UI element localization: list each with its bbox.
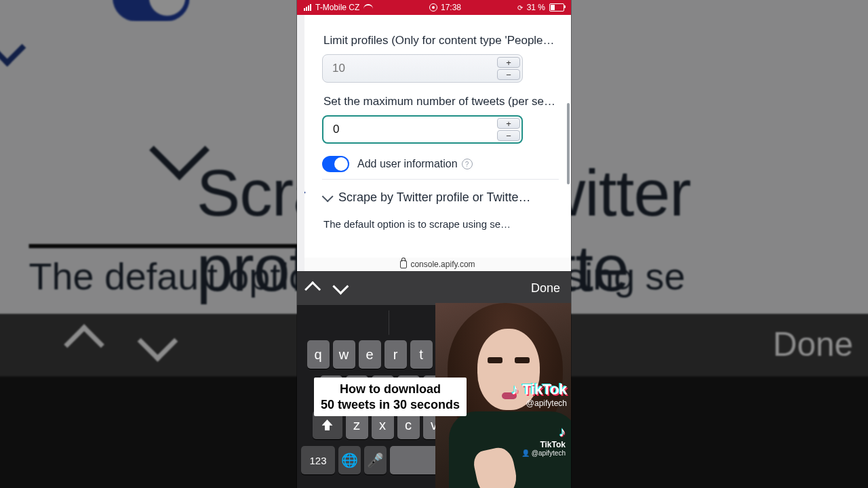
shift-icon xyxy=(322,420,333,430)
max-tweets-input[interactable] xyxy=(322,115,523,144)
limit-profiles-input[interactable] xyxy=(322,54,523,83)
numeric-mode-key[interactable]: 123 xyxy=(301,446,335,474)
key-t[interactable]: t xyxy=(410,340,433,369)
prev-field-arrow-icon[interactable] xyxy=(304,281,321,297)
lock-icon xyxy=(400,260,407,268)
key-q[interactable]: q xyxy=(307,340,330,369)
caption-line-2: 50 tweets in 30 seconds xyxy=(321,397,460,413)
tiktok-note-icon-2: ♪ xyxy=(521,424,566,440)
wifi-icon xyxy=(363,4,373,11)
scroll-indicator[interactable] xyxy=(567,103,570,184)
tiktok-brand-2: TikTok xyxy=(521,440,566,449)
collapse-sidebar-chevron-icon[interactable] xyxy=(298,187,304,198)
dictation-key[interactable]: 🎤 xyxy=(364,446,387,474)
key-e[interactable]: e xyxy=(359,340,381,369)
add-user-info-toggle[interactable] xyxy=(322,156,349,172)
add-user-info-label: Add user information xyxy=(357,158,458,170)
cellular-signal-icon xyxy=(304,4,311,11)
tiktok-handle: @apifytech xyxy=(511,399,567,408)
max-tweets-decrement[interactable]: − xyxy=(497,130,520,141)
keyboard-done-button[interactable]: Done xyxy=(531,281,560,296)
bg-toggle xyxy=(113,0,189,21)
software-keyboard: qwertyuiop asdfghjkl zxcvbnm 123 🌐 🎤 spa… xyxy=(297,305,571,488)
video-caption: How to download 50 tweets in 30 seconds xyxy=(314,378,467,416)
screen-record-icon xyxy=(429,3,437,12)
scrape-section-desc: The default option is to scrape using se… xyxy=(323,218,557,230)
max-tweets-increment[interactable]: + xyxy=(497,118,520,129)
scrape-section-title: Scrape by Twitter profile or Twitte… xyxy=(338,190,530,205)
caption-line-1: How to download xyxy=(321,382,460,397)
bg-done: Done xyxy=(773,325,853,363)
tiktok-watermark-secondary: ♪ TikTok 👤 @apifytech xyxy=(521,424,566,457)
web-page[interactable]: Limit profiles (Only for content type 'P… xyxy=(297,15,571,271)
bg-chevron-small xyxy=(0,29,26,66)
clock-label: 17:38 xyxy=(441,3,461,12)
globe-key[interactable]: 🌐 xyxy=(338,446,361,474)
phone-frame: T-Mobile CZ 17:38 ⟳ 31 % Limit profiles … xyxy=(297,0,571,488)
limit-profiles-label: Limit profiles (Only for content type 'P… xyxy=(323,34,557,47)
keyboard-accessory: Done xyxy=(297,271,571,305)
limit-profiles-increment[interactable]: + xyxy=(497,57,520,68)
tiktok-brand: TikTok xyxy=(522,381,567,398)
battery-icon xyxy=(549,3,564,12)
carrier-label: T-Mobile CZ xyxy=(315,3,359,12)
status-bar: T-Mobile CZ 17:38 ⟳ 31 % xyxy=(297,0,571,15)
tiktok-handle-2: 👤 @apifytech xyxy=(521,449,566,457)
browser-address[interactable]: console.apify.com xyxy=(304,258,571,271)
tiktok-watermark: ♪ TikTok @apifytech xyxy=(511,381,567,408)
key-w[interactable]: w xyxy=(333,340,355,369)
chevron-down-icon xyxy=(322,190,334,202)
browser-host: console.apify.com xyxy=(410,260,475,269)
battery-pct: 31 % xyxy=(527,3,545,12)
scrape-section-header[interactable]: Scrape by Twitter profile or Twitte… xyxy=(322,179,559,206)
tiktok-note-icon: ♪ xyxy=(511,381,519,398)
max-tweets-label: Set the maximum number of tweets (per se… xyxy=(323,95,557,108)
help-icon[interactable]: ? xyxy=(462,159,473,169)
limit-profiles-decrement[interactable]: − xyxy=(497,69,520,80)
next-field-arrow-icon[interactable] xyxy=(332,278,349,294)
key-r[interactable]: r xyxy=(384,340,407,369)
